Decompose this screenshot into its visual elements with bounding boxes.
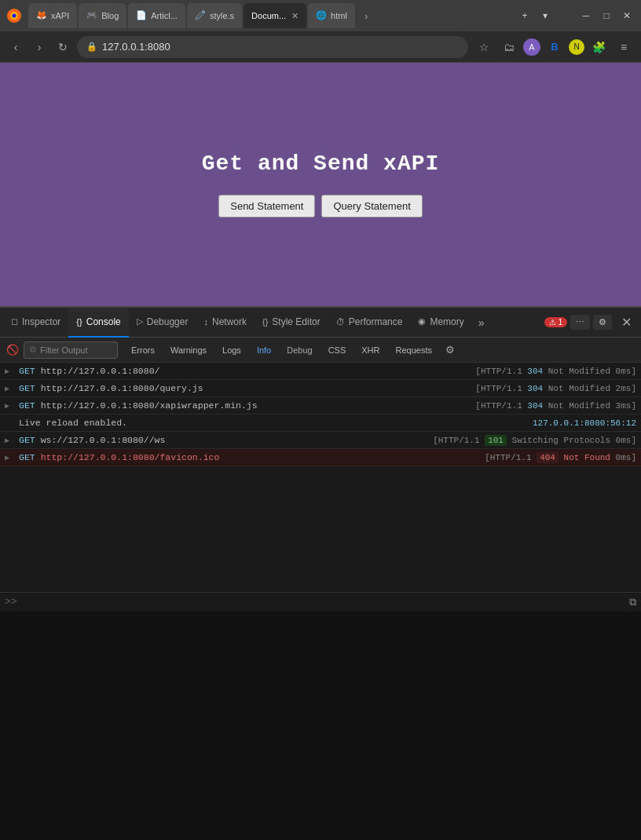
pocket-button[interactable]: 🗂 [498,36,520,58]
console-filter-input[interactable]: ⚙ Filter Output [24,341,118,359]
menu-button[interactable]: ≡ [613,36,635,58]
memory-icon: ◉ [418,316,426,327]
filter-warnings-button[interactable]: Warnings [163,343,214,357]
network-label: Network [212,316,247,327]
norton-button[interactable]: N [569,39,584,55]
error-badge[interactable]: ⚠ 1 [544,317,567,327]
filter-xhr-button[interactable]: XHR [354,343,386,357]
minimize-button[interactable]: ─ [578,8,594,24]
send-statement-button[interactable]: Send Statement [218,195,315,217]
log-meta-4: [HTTP/1.1 101 Switching Protocols 0ms] [433,436,636,445]
devtools-tab-inspector[interactable]: ◻ Inspector [3,308,68,338]
close-button[interactable]: ✕ [619,8,635,24]
devtools-tab-network[interactable]: ↕ Network [196,308,255,338]
devtools-tab-memory[interactable]: ◉ Memory [410,308,471,338]
query-statement-button[interactable]: Query Statement [321,195,422,217]
console-icon: {} [76,317,82,327]
filter-css-button[interactable]: CSS [321,343,353,357]
console-input[interactable] [22,597,625,608]
tab-html[interactable]: 🌐 html [308,3,355,28]
inspector-icon: ◻ [11,316,18,327]
tab-article-favicon: 📄 [136,10,147,21]
inspector-label: Inspector [22,316,60,327]
console-clear-button[interactable]: 🚫 [5,342,20,358]
filter-requests-button[interactable]: Requests [389,343,439,357]
style-editor-label: Style Editor [272,316,320,327]
log-text-reload: Live reload enabled. [19,418,522,428]
log-entry-5[interactable]: ▶ GET http://127.0.0.1:8080/favicon.ico … [0,449,641,466]
title-bar-controls: + ▾ ─ □ ✕ [517,8,635,24]
console-prompt: >> [5,596,17,608]
log-text-1: GET http://127.0.0.1:8080/ [19,366,471,376]
address-bar[interactable]: 🔒 127.0.0.1:8080 [77,36,468,58]
tab-xapi[interactable]: 🦊 xAPI [28,3,77,28]
console-empty-area [0,612,641,841]
log-entry-live-reload: Live reload enabled. 127.0.0.1:8080:56:1… [0,415,641,432]
more-tabs-button[interactable]: ▾ [537,8,553,24]
console-settings-button[interactable]: ⚙ [445,344,455,356]
log-expand-3: ▶ [5,401,14,411]
page-title: Get and Send xAPI [202,152,440,176]
split-console-button[interactable]: ⧉ [629,596,636,608]
maximize-button[interactable]: □ [599,8,614,24]
forward-button[interactable]: › [30,38,49,57]
tab-style[interactable]: 🧷 style.s [187,3,242,28]
network-icon: ↕ [203,317,208,327]
bookmark-button[interactable]: ☆ [473,36,495,58]
tab-document-close[interactable]: ✕ [291,11,299,21]
log-entry-2[interactable]: ▶ GET http://127.0.0.1:8080/query.js [HT… [0,380,641,397]
devtools-tab-console[interactable]: {} Console [68,308,128,338]
tab-blog[interactable]: 🎮 Blog [79,3,126,28]
devtools-tab-debugger[interactable]: ▷ Debugger [129,308,196,338]
log-text-3: GET http://127.0.0.1:8080/xapiwrapper.mi… [19,400,471,411]
log-entry-1[interactable]: ▶ GET http://127.0.0.1:8080/ [HTTP/1.1 3… [0,363,641,380]
svg-point-2 [13,14,16,18]
devtools-tab-style-editor[interactable]: {} Style Editor [255,308,328,338]
firefox-icon [6,8,22,24]
tab-style-favicon: 🧷 [195,10,206,21]
tab-blog-favicon: 🎮 [86,10,97,21]
filter-errors-button[interactable]: Errors [124,343,162,357]
filter-logs-button[interactable]: Logs [215,343,248,357]
tab-document[interactable]: Docum... ✕ [244,3,306,28]
style-editor-icon: {} [262,317,268,327]
nav-bar: ‹ › ↻ 🔒 127.0.0.1:8080 ☆ 🗂 A B N 🧩 ≡ [0,31,641,63]
devtools-close-button[interactable]: ✕ [615,312,638,333]
console-label: Console [86,316,121,327]
title-bar: 🦊 xAPI 🎮 Blog 📄 Articl... 🧷 style.s Docu… [0,0,641,31]
log-meta-reload: 127.0.0.1:8080:56:12 [526,418,636,428]
more-tools-button[interactable]: ⋯ [570,315,590,330]
tabs-container: 🦊 xAPI 🎮 Blog 📄 Articl... 🧷 style.s Docu… [28,3,507,28]
reload-button[interactable]: ↻ [53,38,72,57]
bitwarden-button[interactable]: B [544,36,566,58]
log-meta-5: [HTTP/1.1 404 Not Found 0ms] [485,453,636,462]
console-toolbar: 🚫 ⚙ Filter Output Errors Warnings Logs I… [0,338,641,363]
tab-blog-label: Blog [101,11,119,20]
error-badge-icon: ⚠ [549,318,556,327]
performance-icon: ⏱ [336,317,345,327]
performance-label: Performance [349,316,403,327]
log-expand-1: ▶ [5,367,14,376]
log-entry-3[interactable]: ▶ GET http://127.0.0.1:8080/xapiwrapper.… [0,397,641,415]
devtools-toolbar: ◻ Inspector {} Console ▷ Debugger ↕ Netw… [0,308,641,338]
tab-article[interactable]: 📄 Articl... [128,3,185,28]
devtools-settings-button[interactable]: ⚙ [593,315,612,330]
filter-debug-button[interactable]: Debug [280,343,319,357]
new-tab-button[interactable]: + [517,8,533,24]
tab-overflow[interactable]: › [357,3,375,28]
account-button[interactable]: A [523,38,540,56]
error-badge-count: 1 [558,318,562,327]
filter-info-button[interactable]: Info [250,343,278,357]
tab-article-label: Articl... [151,11,178,20]
memory-label: Memory [430,316,463,327]
log-meta-1: [HTTP/1.1 304 Not Modified 0ms] [475,367,636,376]
log-text-5: GET http://127.0.0.1:8080/favicon.ico [19,452,480,462]
extensions-button[interactable]: 🧩 [588,36,610,58]
devtools-more-button[interactable]: » [472,312,491,334]
log-entry-4[interactable]: ▶ GET ws://127.0.0.1:8080//ws [HTTP/1.1 … [0,432,641,449]
tab-html-favicon: 🌐 [316,10,327,21]
lock-icon: 🔒 [86,42,97,52]
back-button[interactable]: ‹ [6,38,25,57]
console-input-row[interactable]: >> ⧉ [0,592,641,612]
devtools-tab-performance[interactable]: ⏱ Performance [328,308,411,338]
